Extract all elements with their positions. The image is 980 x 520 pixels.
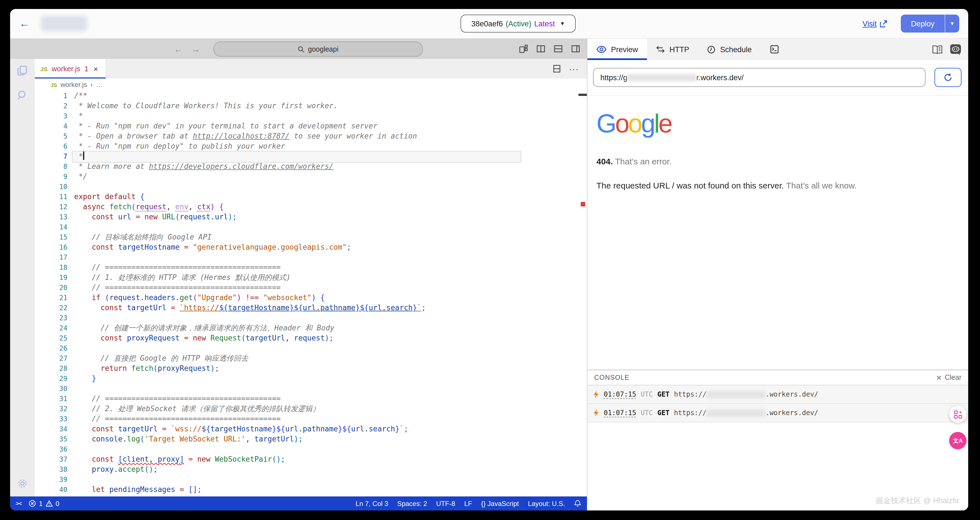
status-item-1[interactable]: Spaces: 2: [397, 499, 427, 507]
gear-icon[interactable]: [16, 477, 29, 490]
discord-icon[interactable]: [950, 43, 961, 55]
status-item-5[interactable]: Layout: U.S.: [528, 499, 565, 507]
lightning-icon: [593, 390, 599, 398]
tab-http[interactable]: HTTP: [647, 39, 698, 60]
error-heading: 404. That’s an error.: [597, 157, 968, 166]
line-number: 25: [35, 333, 67, 343]
log-method: GET: [657, 409, 670, 417]
line-number: 33: [35, 414, 67, 424]
preview-url-input[interactable]: https://g r.workers.dev/: [593, 68, 926, 87]
tab-schedule[interactable]: Schedule: [698, 39, 761, 60]
tab-error-count: 1: [84, 65, 88, 73]
code-line-2[interactable]: 2 * Welcome to Cloudflare Workers! This …: [35, 101, 587, 111]
code-line-28[interactable]: 28 return fetch(proxyRequest);: [35, 363, 587, 374]
code-line-18[interactable]: 18 // ==================================…: [35, 263, 587, 273]
visit-link[interactable]: Visit: [862, 19, 887, 28]
status-item-3[interactable]: LF: [464, 499, 472, 507]
version-id: 38e0aef6: [471, 19, 503, 28]
code-line-38[interactable]: 38 proxy.accept();: [35, 465, 587, 474]
line-number: 23: [35, 313, 67, 323]
code-line-40[interactable]: 40 let pendingMessages = [];: [35, 485, 587, 495]
deploy-dropdown-caret[interactable]: ▼: [945, 14, 959, 33]
code-line-5[interactable]: 5 * - Open a browser tab at http://local…: [35, 131, 587, 141]
split-vertical-icon[interactable]: [536, 44, 545, 53]
code-line-7[interactable]: 7 *: [35, 151, 587, 162]
code-line-39[interactable]: 39: [35, 474, 587, 485]
line-number: 7: [35, 151, 67, 162]
code-line-14[interactable]: 14: [35, 222, 587, 232]
status-item-2[interactable]: UTF-8: [436, 499, 455, 507]
code-line-30[interactable]: 30: [35, 384, 587, 394]
panel-right-icon[interactable]: [571, 44, 580, 53]
console-log-row-0[interactable]: 01:07:15UTCGEThttps://.workers.dev/: [587, 385, 968, 404]
refresh-button[interactable]: [934, 68, 961, 87]
line-number: 22: [35, 303, 67, 313]
code-line-23[interactable]: 23: [35, 313, 587, 323]
editor-pane: ← → googleapi: [10, 39, 587, 510]
code-line-20[interactable]: 20 // ==================================…: [35, 283, 587, 293]
docs-book-icon[interactable]: [932, 44, 943, 54]
code-line-27[interactable]: 27 // 直接把 Google 的 HTTP 响应透传回去: [35, 354, 587, 363]
layout-grid-icon[interactable]: [519, 44, 528, 53]
code-line-33[interactable]: 33 // ==================================…: [35, 414, 587, 424]
files-icon[interactable]: [16, 65, 29, 77]
line-number: 26: [35, 343, 67, 354]
code-line-3[interactable]: 3 *: [35, 111, 587, 121]
watermark: 掘金技术社区 @ Hhaizhr: [876, 496, 959, 506]
code-editor[interactable]: 1/**2 * Welcome to Cloudflare Workers! T…: [35, 91, 587, 496]
code-line-15[interactable]: 15 // 目标域名始终指向 Google API: [35, 232, 587, 243]
remote-indicator-icon[interactable]: ><: [16, 500, 21, 507]
code-line-25[interactable]: 25 const proxyRequest = new Request(targ…: [35, 333, 587, 343]
search-input[interactable]: googleapi: [213, 41, 423, 57]
code-line-36[interactable]: 36: [35, 444, 587, 454]
console-log-row-1[interactable]: 01:07:15UTCGEThttps://.workers.dev/: [587, 404, 968, 422]
more-actions-icon[interactable]: ···: [569, 64, 579, 73]
code-line-34[interactable]: 34 const targetUrl = `wss://${targetHost…: [35, 424, 587, 434]
back-button[interactable]: ←: [19, 17, 30, 30]
translate-widget-toggle[interactable]: [949, 406, 967, 423]
log-url: https://.workers.dev/: [674, 390, 818, 398]
code-line-6[interactable]: 6 * - Run "npm run deploy" to publish yo…: [35, 141, 587, 151]
code-line-32[interactable]: 32 // 2. 处理 WebSocket 请求（保留了你极其优秀的排队转发逻辑…: [35, 404, 587, 414]
history-forward-button[interactable]: →: [191, 44, 200, 54]
bell-icon[interactable]: [574, 500, 581, 507]
code-line-26[interactable]: 26: [35, 343, 587, 354]
code-line-16[interactable]: 16 const targetHostname = "generativelan…: [35, 243, 587, 252]
code-line-8[interactable]: 8 * Learn more at https://developers.clo…: [35, 162, 587, 172]
breadcrumb-separator: ›: [91, 81, 93, 89]
history-back-button[interactable]: ←: [174, 44, 183, 54]
code-line-17[interactable]: 17: [35, 252, 587, 263]
code-line-11[interactable]: 11export default {: [35, 192, 587, 202]
tab-terminal[interactable]: [761, 39, 788, 60]
code-line-41[interactable]: 41: [35, 495, 587, 496]
code-line-24[interactable]: 24 // 创建一个新的请求对象，继承原请求的所有方法、Header 和 Bod…: [35, 323, 587, 333]
deploy-button[interactable]: Deploy ▼: [901, 14, 959, 33]
code-line-12[interactable]: 12 async fetch(request, env, ctx) {: [35, 202, 587, 212]
code-line-9[interactable]: 9 */: [35, 172, 587, 182]
code-line-10[interactable]: 10: [35, 182, 587, 192]
code-line-19[interactable]: 19 // 1. 处理标准的 HTTP 请求 (Hermes 默认使用的模式): [35, 273, 587, 283]
code-line-29[interactable]: 29 }: [35, 374, 587, 384]
code-line-22[interactable]: 22 const targetUrl = `https://${targetHo…: [35, 303, 587, 313]
breadcrumb[interactable]: JS worker.js › …: [35, 79, 587, 91]
status-item-4[interactable]: {} JavaScript: [481, 499, 519, 507]
version-select[interactable]: 38e0aef6 (Active) Latest ▼: [460, 14, 576, 33]
code-line-4[interactable]: 4 * - Run "npm run dev" in your terminal…: [35, 121, 587, 131]
translate-button[interactable]: 文A: [949, 432, 967, 449]
split-horizontal-icon[interactable]: [554, 44, 563, 53]
code-line-37[interactable]: 37 const [client, proxy] = new WebSocket…: [35, 454, 587, 465]
code-line-31[interactable]: 31 // ==================================…: [35, 394, 587, 404]
close-icon[interactable]: ×: [94, 64, 98, 73]
tab-preview[interactable]: Preview: [587, 39, 647, 60]
code-line-13[interactable]: 13 const url = new URL(request.url);: [35, 212, 587, 222]
status-item-0[interactable]: Ln 7, Col 3: [355, 499, 388, 507]
code-line-1[interactable]: 1/**: [35, 91, 587, 101]
code-line-21[interactable]: 21 if (request.headers.get("Upgrade") !=…: [35, 293, 587, 303]
url-redacted: [627, 74, 697, 81]
problems-indicator[interactable]: 1 0: [29, 499, 59, 507]
tab-worker-js[interactable]: JS worker.js 1 ×: [35, 59, 106, 79]
code-line-35[interactable]: 35 console.log('Target WebSocket URL:', …: [35, 434, 587, 444]
search-sidebar-icon[interactable]: [16, 89, 29, 101]
split-editor-icon[interactable]: [553, 65, 561, 73]
console-clear-button[interactable]: ✕ Clear: [936, 373, 961, 382]
